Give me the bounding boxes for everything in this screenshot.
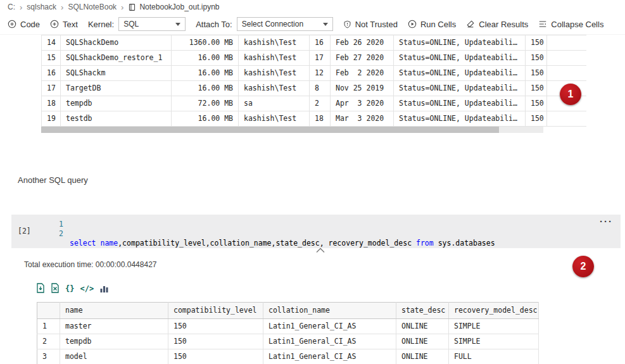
column-header[interactable]: recovery_model_desc: [449, 303, 539, 319]
grid-cell[interactable]: 16.00 MB: [172, 81, 239, 96]
column-header[interactable]: [37, 303, 60, 319]
grid-cell[interactable]: 72.00 MB: [172, 96, 239, 111]
grid-cell[interactable]: kashish\Test: [239, 35, 310, 51]
grid-cell[interactable]: 150: [526, 51, 547, 66]
cell-more-actions-button[interactable]: ···: [600, 216, 613, 227]
save-excel-icon[interactable]: [51, 283, 60, 293]
column-header[interactable]: name: [60, 303, 168, 319]
row-number-cell[interactable]: 16: [42, 66, 61, 81]
grid-cell[interactable]: [547, 35, 586, 51]
table-row[interactable]: 2tempdb150Latin1_General_CI_ASONLINESIMP…: [37, 334, 539, 349]
table-row[interactable]: 17TargetDB16.00 MBkashish\Test8Nov 25 20…: [42, 81, 586, 96]
grid-cell[interactable]: ONLINE: [396, 349, 449, 364]
grid-cell[interactable]: Status=ONLINE, Updateabili…: [394, 111, 526, 127]
row-number-cell[interactable]: 14: [42, 35, 61, 51]
column-header[interactable]: compatibility_level: [168, 303, 263, 319]
grid-cell[interactable]: Status=ONLINE, Updateabili…: [394, 51, 526, 66]
grid-cell[interactable]: 16.00 MB: [172, 51, 239, 66]
grid-cell[interactable]: SIMPLE: [449, 334, 539, 349]
scrollbar-thumb[interactable]: [41, 127, 499, 133]
grid-cell[interactable]: sa: [239, 96, 310, 111]
grid-cell[interactable]: Status=ONLINE, Updateabili…: [394, 66, 526, 81]
chart-icon[interactable]: [99, 284, 109, 293]
grid-cell[interactable]: [547, 51, 586, 66]
grid-cell[interactable]: Feb 2 2020: [331, 66, 394, 81]
table-row[interactable]: 19testdb16.00 MBkashish\Test18Mar 3 2020…: [42, 111, 586, 127]
clear-results-button[interactable]: Clear Results: [466, 20, 528, 29]
grid-cell[interactable]: Latin1_General_CI_AS: [263, 319, 396, 334]
row-number-cell[interactable]: 3: [37, 349, 60, 364]
attach-to-dropdown[interactable]: Select Connection: [237, 17, 333, 31]
grid-cell[interactable]: ONLINE: [396, 334, 449, 349]
table-row[interactable]: 15SQLShackDemo_restore_116.00 MBkashish\…: [42, 51, 586, 66]
grid-cell[interactable]: 150: [526, 35, 547, 51]
grid-cell[interactable]: 150: [526, 96, 547, 111]
grid-cell[interactable]: 150: [526, 111, 547, 127]
kernel-dropdown[interactable]: SQL: [118, 17, 186, 31]
column-header[interactable]: state_desc: [396, 303, 449, 319]
code-cell-2[interactable]: [2] 1 2 select name,compatibility_level,…: [11, 215, 621, 248]
grid-cell[interactable]: Nov 25 2019: [331, 81, 394, 96]
save-xml-icon[interactable]: </>: [80, 284, 94, 293]
grid-cell[interactable]: kashish\Test: [239, 66, 310, 81]
grid-cell[interactable]: SQLShackDemo_restore_1: [61, 51, 172, 66]
grid-cell[interactable]: SQLShackDemo: [61, 35, 172, 51]
grid-cell[interactable]: master: [60, 319, 168, 334]
grid-cell[interactable]: Latin1_General_CI_AS: [263, 349, 396, 364]
grid-cell[interactable]: tempdb: [60, 334, 168, 349]
grid-cell[interactable]: Feb 26 2020: [331, 35, 394, 51]
column-header[interactable]: collation_name: [263, 303, 396, 319]
breadcrumb-item-drive[interactable]: C:: [8, 3, 15, 11]
grid-cell[interactable]: SQLShackm: [61, 66, 172, 81]
grid-cell[interactable]: 150: [168, 334, 263, 349]
add-code-button[interactable]: Code: [8, 20, 40, 29]
grid-cell[interactable]: model: [60, 349, 168, 364]
row-number-cell[interactable]: 18: [42, 96, 61, 111]
table-row[interactable]: 18tempdb72.00 MBsa2Apr 3 2020Status=ONLI…: [42, 96, 586, 111]
grid-cell[interactable]: [547, 66, 586, 81]
breadcrumb-item-sqlnotebook[interactable]: SQLNoteBook: [68, 3, 117, 11]
grid-cell[interactable]: Mar 3 2020: [331, 111, 394, 127]
grid-cell[interactable]: Status=ONLINE, Updateabili…: [394, 35, 526, 51]
row-number-cell[interactable]: 15: [42, 51, 61, 66]
grid-cell[interactable]: 150: [526, 81, 547, 96]
grid-cell[interactable]: 1360.00 MB: [172, 35, 239, 51]
table-row[interactable]: 16SQLShackm16.00 MBkashish\Test12Feb 2 2…: [42, 66, 586, 81]
grid-cell[interactable]: SIMPLE: [449, 319, 539, 334]
grid-cell[interactable]: TargetDB: [61, 81, 172, 96]
horizontal-scrollbar[interactable]: [41, 127, 543, 133]
grid-cell[interactable]: 12: [310, 66, 331, 81]
grid-cell[interactable]: testdb: [61, 111, 172, 127]
collapse-output-chevron-icon[interactable]: [315, 248, 325, 253]
add-text-button[interactable]: Text: [50, 20, 78, 29]
grid-cell[interactable]: kashish\Test: [239, 81, 310, 96]
grid-cell[interactable]: Status=ONLINE, Updateabili…: [394, 81, 526, 96]
grid-cell[interactable]: kashish\Test: [239, 51, 310, 66]
grid-cell[interactable]: 150: [526, 66, 547, 81]
grid-cell[interactable]: 18: [310, 111, 331, 127]
grid-cell[interactable]: 2: [310, 96, 331, 111]
grid-cell[interactable]: 16.00 MB: [172, 66, 239, 81]
table-row[interactable]: 14SQLShackDemo1360.00 MBkashish\Test16Fe…: [42, 35, 586, 51]
grid-cell[interactable]: FULL: [449, 349, 539, 364]
grid-cell[interactable]: 17: [310, 51, 331, 66]
run-cells-button[interactable]: Run Cells: [408, 20, 456, 29]
table-row[interactable]: 3model150Latin1_General_CI_ASONLINEFULL: [37, 349, 539, 364]
grid-cell[interactable]: kashish\Test: [239, 111, 310, 127]
collapse-cells-button[interactable]: Collapse Cells: [538, 20, 603, 29]
table-row[interactable]: 1master150Latin1_General_CI_ASONLINESIMP…: [37, 319, 539, 334]
grid-cell[interactable]: Feb 27 2020: [331, 51, 394, 66]
row-number-cell[interactable]: 2: [37, 334, 60, 349]
save-csv-icon[interactable]: [36, 283, 45, 293]
grid-cell[interactable]: Latin1_General_CI_AS: [263, 334, 396, 349]
grid-cell[interactable]: 8: [310, 81, 331, 96]
grid-cell[interactable]: 16: [310, 35, 331, 51]
grid-cell[interactable]: ONLINE: [396, 319, 449, 334]
grid-cell[interactable]: 150: [168, 319, 263, 334]
grid-cell[interactable]: Apr 3 2020: [331, 96, 394, 111]
row-number-cell[interactable]: 19: [42, 111, 61, 127]
breadcrumb-item-sqlshack[interactable]: sqlshack: [27, 3, 56, 11]
save-json-icon[interactable]: {}: [65, 284, 74, 293]
breadcrumb-item-file[interactable]: NotebookJob_out.ipynb: [128, 3, 219, 11]
grid-cell[interactable]: tempdb: [61, 96, 172, 111]
